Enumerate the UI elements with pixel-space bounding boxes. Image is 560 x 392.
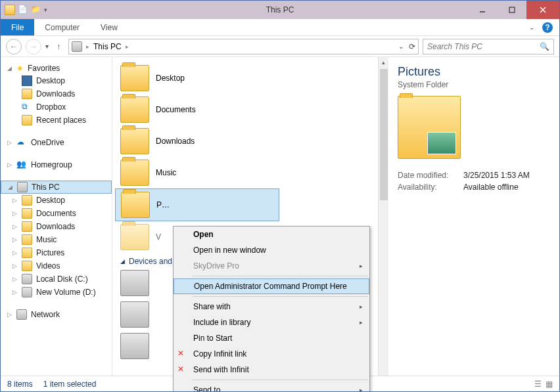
item-downloads[interactable]: Downloads	[115, 125, 375, 157]
tree-favorites[interactable]: ◢★Favorites	[1, 62, 112, 74]
item-documents[interactable]: Documents	[115, 94, 375, 125]
item-label: Downloads	[156, 137, 195, 146]
navigation-bar: ← → ▾ ↑ ▸ This PC ▸ ⌄ ⟳ 🔍	[1, 36, 559, 57]
tree-downloads[interactable]: Downloads	[1, 87, 112, 100]
item-label: P…	[156, 200, 170, 209]
ctx-separator	[192, 380, 368, 380]
item-music[interactable]: Music	[115, 157, 375, 188]
ctx-include-library[interactable]: Include in library▸	[174, 315, 369, 330]
preview-date-label: Date modified:	[398, 171, 457, 180]
vertical-scrollbar[interactable]: ▴	[378, 57, 388, 376]
tree-desktop[interactable]: Desktop	[1, 74, 112, 87]
item-desktop[interactable]: Desktop	[115, 62, 375, 94]
ribbon-expand-icon[interactable]: ⌄	[529, 24, 534, 31]
search-input[interactable]	[427, 42, 536, 51]
refresh-icon[interactable]: ⟳	[409, 42, 415, 51]
breadcrumb-sep[interactable]: ▸	[86, 43, 89, 50]
tree-pc-pictures[interactable]: ▷Pictures	[1, 246, 112, 259]
status-selected-count: 1 item selected	[43, 380, 97, 389]
titlebar: 📄 📁 ▾ This PC	[1, 1, 559, 19]
help-icon[interactable]: ?	[542, 22, 553, 33]
tree-homegroup[interactable]: ▷👥Homegroup	[1, 158, 112, 171]
ctx-separator	[192, 276, 368, 276]
view-large-icon[interactable]: ▦	[546, 380, 553, 389]
ctx-open[interactable]: Open	[174, 227, 369, 242]
ctx-send-to[interactable]: Send to▸	[174, 382, 369, 392]
details-pane: Pictures System Folder Date modified:3/2…	[388, 57, 559, 376]
window-title: This PC	[1, 5, 559, 14]
tree-pc-videos[interactable]: ▷Videos	[1, 259, 112, 272]
status-item-count: 8 items	[7, 380, 33, 389]
computer-icon	[72, 41, 82, 52]
ribbon: File Computer View ⌄ ?	[1, 19, 559, 36]
tree-pc-local-disk[interactable]: ▷Local Disk (C:)	[1, 272, 112, 286]
tree-pc-downloads[interactable]: ▷Downloads	[1, 220, 112, 233]
nav-history-dropdown[interactable]: ▾	[45, 43, 49, 50]
context-menu: Open Open in new window SkyDrive Pro▸ Op…	[173, 226, 370, 392]
item-pictures[interactable]: P…	[115, 188, 279, 221]
ctx-pin-start[interactable]: Pin to Start	[174, 330, 369, 346]
view-details-icon[interactable]: ☰	[534, 380, 542, 389]
ctx-share-with[interactable]: Share with▸	[174, 299, 369, 315]
item-label: Desktop	[156, 74, 185, 83]
ctx-open-new-window[interactable]: Open in new window	[174, 242, 369, 258]
nav-up-button[interactable]: ↑	[53, 42, 64, 51]
address-dropdown[interactable]: ⌄	[398, 43, 404, 50]
tab-view[interactable]: View	[90, 19, 128, 35]
search-icon: 🔍	[540, 42, 549, 51]
infinit-icon: ✕	[177, 364, 188, 375]
tree-network[interactable]: ▷Network	[1, 308, 112, 321]
tree-onedrive[interactable]: ▷☁OneDrive	[1, 136, 112, 149]
ctx-send-infinit[interactable]: ✕Send with Infinit	[174, 362, 369, 378]
tree-pc-documents[interactable]: ▷Documents	[1, 207, 112, 220]
item-label: Documents	[156, 105, 196, 114]
address-bar[interactable]: ▸ This PC ▸ ⌄ ⟳	[68, 39, 419, 54]
preview-date-value: 3/25/2015 1:53 AM	[463, 171, 530, 180]
nav-back-button[interactable]: ←	[6, 39, 22, 54]
ctx-skydrive-pro[interactable]: SkyDrive Pro▸	[174, 258, 369, 274]
preview-avail-value: Available offline	[463, 183, 519, 192]
tab-file[interactable]: File	[1, 19, 34, 35]
item-label: Music	[156, 168, 176, 177]
nav-forward-button[interactable]: →	[26, 39, 41, 54]
preview-title: Pictures	[398, 65, 550, 79]
tree-this-pc[interactable]: ◢This PC	[1, 181, 112, 194]
tab-computer[interactable]: Computer	[34, 19, 90, 35]
breadcrumb-this-pc[interactable]: This PC	[93, 42, 122, 51]
scroll-thumb[interactable]	[380, 69, 388, 200]
ctx-admin-cmd-prompt[interactable]: Open Administrator Command Prompt Here	[174, 278, 369, 294]
scroll-up-button[interactable]: ▴	[379, 57, 388, 68]
search-box[interactable]: 🔍	[423, 39, 554, 54]
tree-pc-desktop[interactable]: ▷Desktop	[1, 194, 112, 207]
preview-subtitle: System Folder	[398, 80, 550, 89]
tree-pc-music[interactable]: ▷Music	[1, 233, 112, 246]
tree-pc-new-volume[interactable]: ▷New Volume (D:)	[1, 286, 112, 299]
preview-avail-label: Availability:	[398, 183, 457, 192]
infinit-icon: ✕	[177, 349, 188, 359]
navigation-pane: ◢★Favorites Desktop Downloads ⧉Dropbox R…	[1, 57, 112, 376]
ctx-separator	[192, 296, 368, 297]
tree-dropbox[interactable]: ⧉Dropbox	[1, 100, 112, 114]
breadcrumb-sep[interactable]: ▸	[126, 43, 129, 50]
tree-recent-places[interactable]: Recent places	[1, 114, 112, 127]
item-label: V	[156, 232, 161, 242]
ctx-copy-infinit[interactable]: ✕Copy Infinit link	[174, 346, 369, 362]
preview-thumbnail	[398, 96, 461, 159]
